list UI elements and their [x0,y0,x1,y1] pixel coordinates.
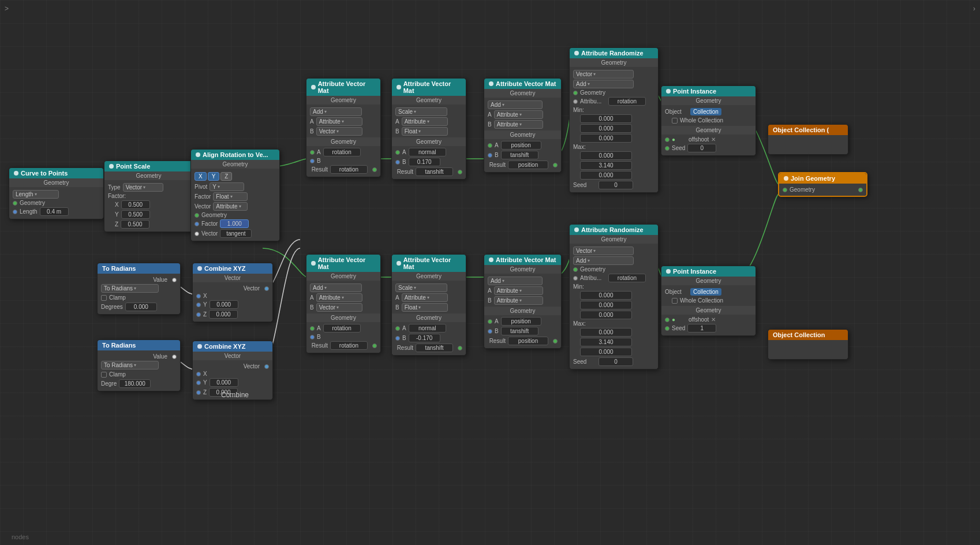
attr-randomize-2-title: Attribute Randomize [581,226,644,233]
to-radians-1-title: To Radians [102,265,136,272]
avm1-a-mode[interactable]: Attribute ▾ [316,117,362,126]
attr-vec-mat-5-title: Attribute Vector Mat [403,256,461,270]
attr-vec-mat-5-node: Attribute Vector Mat Geometry Scale ▾ A … [391,254,466,356]
pivot-select[interactable]: Y ▾ [210,182,244,191]
type-select[interactable]: Vector ▾ [123,183,163,192]
point-instance-2-title: Point Instance [673,268,716,275]
avm1-b-mode[interactable]: Vector ▾ [316,127,362,136]
avm3-b-val[interactable]: tanshift [501,151,538,159]
avm3-a-val[interactable]: position [501,141,541,150]
avm5-a-val[interactable]: normal [409,324,446,333]
object-collection-2-node: Object Collection [768,329,848,360]
attr-vec-mat-3-node: Attribute Vector Mat Geometry Add ▾ A At… [484,78,562,173]
pi2-whole-collection-checkbox[interactable] [672,298,678,304]
point-instance-1-title: Point Instance [673,88,716,95]
attr-vec-mat-2-title: Attribute Vector Mat [403,80,461,94]
factor-val[interactable]: 1.000 [220,219,249,228]
curve-mode-select[interactable]: Length ▾ [13,190,59,199]
pi2-seed[interactable]: 1 [687,324,716,333]
ar2-seed[interactable]: 0 [599,357,633,366]
combine2-y[interactable]: 0.000 [210,378,238,387]
avm5-b-val[interactable]: -0.170 [409,334,440,342]
attr-randomize-1-node: Attribute Randomize Geometry Vector ▾ Ad… [569,47,659,193]
pi1-collection[interactable]: Collection [690,108,721,115]
vector-mode-select[interactable]: Attribute ▾ [213,202,248,211]
curve-to-points-title: Curve to Points [21,170,68,177]
attr-vec-mat-2-header: Attribute Vector Mat [392,79,466,96]
attr-randomize-1-header: Attribute Randomize [570,48,658,58]
avm2-result[interactable]: tanshift [416,167,453,176]
attr-randomize-2-node: Attribute Randomize Geometry Vector ▾ Ad… [569,224,659,369]
avm1-op[interactable]: Add ▾ [310,107,362,116]
point-instance-1-header: Point Instance [661,86,755,96]
align-rotation-subtitle: Geometry [191,160,279,169]
ar1-seed[interactable]: 0 [599,181,633,189]
to-radians-1-node: To Radians Value To Radians ▾ Clamp Degr… [97,263,181,315]
point-scale-subtitle: Geometry [104,171,193,180]
avm1-result[interactable]: rotation [330,165,368,174]
top-left-arrow[interactable]: > [5,5,9,13]
degrees-2-val[interactable]: 180.000 [119,379,151,388]
attr-randomize-2-header: Attribute Randomize [570,225,658,235]
pi2-offshoot-remove[interactable]: ✕ [711,316,716,323]
vector-val[interactable]: tangent [220,229,252,238]
pi2-collection[interactable]: Collection [690,288,721,296]
combine-label: Combine [221,391,249,399]
to-radians-1-mode[interactable]: To Radians ▾ [101,284,159,293]
avm6-b-val[interactable]: tanshift [501,327,538,335]
attr-vec-mat-1-node: Attribute Vector Mat Geometry Add ▾ A At… [306,78,381,177]
combine-xyz-1-title: Combine XYZ [204,265,246,272]
object-collection-1-node: Object Collection ( [768,124,848,155]
pi1-seed[interactable]: 0 [687,144,716,152]
align-rotation-header: Align Rotation to Ve... [191,150,279,160]
ar2-attrib[interactable]: rotation [608,274,646,282]
to-radians-1-header: To Radians [98,263,180,274]
point-instance-2-node: Point Instance Geometry Object Collectio… [661,266,756,336]
avm5-result[interactable]: tanshift [416,344,453,352]
point-instance-1-node: Point Instance Geometry Object Collectio… [661,85,756,156]
avm6-a-val[interactable]: position [501,317,541,326]
avm3-result[interactable]: position [508,160,548,169]
object-collection-2-header: Object Collection [768,330,848,340]
align-x-btn[interactable]: X [194,172,207,181]
scale-y[interactable]: 0.500 [121,210,150,219]
avm4-a-val[interactable]: rotation [323,324,361,333]
combine1-z[interactable]: 0.000 [209,310,238,319]
attr-vec-mat-5-header: Attribute Vector Mat [392,255,466,272]
object-collection-2-title: Object Collection [773,331,825,338]
ar1-attrib[interactable]: rotation [608,97,646,106]
avm2-op[interactable]: Scale ▾ [395,107,447,116]
avm2-a-val[interactable]: normal [409,148,446,156]
clamp-1-checkbox[interactable] [101,295,107,301]
to-radians-2-mode[interactable]: To Radians ▾ [101,361,159,369]
pi1-whole-collection-checkbox[interactable] [672,118,678,124]
top-right-arrow[interactable]: › [973,5,975,13]
degrees-1-val[interactable]: 0.000 [125,303,157,311]
align-rotation-title: Align Rotation to Ve... [203,151,268,158]
attr-vec-mat-6-node: Attribute Vector Mat Geometry Add ▾ A At… [484,254,562,349]
attr-vec-mat-2-node: Attribute Vector Mat Geometry Scale ▾ A … [391,78,466,180]
avm4-result[interactable]: rotation [330,341,368,350]
align-y-btn[interactable]: Y [208,172,220,181]
combine1-y[interactable]: 0.000 [210,300,238,309]
clamp-2-checkbox[interactable] [101,372,107,378]
align-z-btn[interactable]: Z [220,172,232,181]
factor-mode-select[interactable]: Float ▾ [213,192,248,201]
length-val[interactable]: 0.4 m [40,207,69,216]
object-collection-1-title: Object Collection ( [773,126,829,133]
combine-xyz-2-title: Combine XYZ [204,343,246,350]
avm2-b-val[interactable]: 0.170 [409,158,440,166]
avm6-result[interactable]: position [508,337,548,345]
attr-vec-mat-3-header: Attribute Vector Mat [484,79,561,89]
attr-vec-mat-4-header: Attribute Vector Mat [306,255,380,272]
scale-z[interactable]: 0.500 [121,220,149,229]
attr-vec-mat-1-header: Attribute Vector Mat [306,79,380,96]
point-scale-title: Point Scale [116,163,150,170]
attr-vec-mat-4-title: Attribute Vector Mat [318,256,376,270]
point-scale-header: Point Scale [104,161,193,171]
point-instance-2-header: Point Instance [661,266,755,277]
scale-x[interactable]: 0.500 [121,200,150,209]
avm1-a-val[interactable]: rotation [323,148,361,156]
pi1-offshoot-remove[interactable]: ✕ [711,136,716,143]
attr-randomize-1-title: Attribute Randomize [581,50,644,57]
